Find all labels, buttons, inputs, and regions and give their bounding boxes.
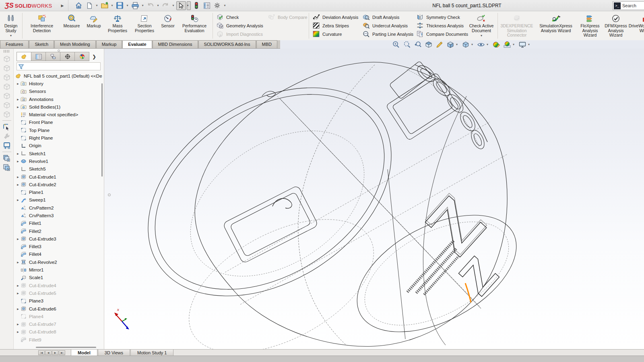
tree-item-annotations[interactable]: ▸AAnnotations (15, 95, 104, 103)
tab-motion-study-1[interactable]: Motion Study 1 (130, 350, 173, 356)
3dexperience-simulation-connector-button[interactable]: 3DEXPERIENCE Simulation Connector (499, 11, 535, 40)
redo-icon[interactable] (161, 1, 171, 10)
draft-analysis-button[interactable]: Draft Analysis (360, 13, 414, 21)
chevron-down-icon[interactable]: ▾ (10, 33, 12, 38)
tree-item-cut-extrude1[interactable]: ▸Cut-Extrude1 (15, 173, 104, 181)
tree-item-crvpattern2[interactable]: CrvPattern2 (15, 204, 104, 212)
layered-windows-alt-icon[interactable] (3, 163, 11, 172)
settings-gear-icon[interactable] (213, 1, 222, 10)
performance-evaluation-button[interactable]: Performance Evaluation (178, 11, 211, 40)
display-style-icon[interactable]: ▾ (462, 41, 474, 49)
tab-features[interactable]: Features (0, 40, 29, 48)
chevron-down-icon[interactable]: ▾ (156, 4, 160, 7)
floxpress-analysis-wizard-button[interactable]: FloXpress Analysis Wizard (577, 11, 603, 40)
tree-filter-input[interactable] (17, 62, 101, 70)
previous-view-icon[interactable] (414, 41, 422, 49)
tree-item-plane3[interactable]: Plane3 (15, 297, 104, 305)
options-list-icon[interactable] (202, 1, 212, 10)
body-cube-icon[interactable] (3, 91, 11, 100)
check-active-document-button[interactable]: Check Active Document ▾ (466, 11, 496, 40)
tab-sketch[interactable]: Sketch (29, 40, 54, 48)
check-button[interactable]: Check (214, 13, 266, 21)
expand-arrow-icon[interactable]: ▸ (15, 105, 21, 109)
select-tool-icon[interactable] (176, 1, 186, 10)
dfmxpress-analysis-wizard-button[interactable]: DFMXpress Analysis Wizard (603, 11, 629, 40)
chevron-down-icon[interactable]: ▾ (485, 43, 489, 46)
expand-arrow-icon[interactable]: ▸ (15, 82, 21, 86)
symmetry-check-button[interactable]: Symmetry Check (414, 13, 466, 21)
expand-arrow-icon[interactable]: ▸ (15, 307, 21, 311)
chevron-down-icon[interactable]: ▾ (527, 43, 531, 46)
tree-item-fillet4[interactable]: Fillet4 (15, 251, 104, 258)
tab-model[interactable]: Model (71, 350, 97, 356)
compare-documents-button[interactable]: ?Compare Documents (414, 30, 466, 38)
new-document-icon[interactable] (85, 1, 94, 10)
import-diagnostics-button[interactable]: Import Diagnostics (214, 30, 266, 38)
tree-item-scale1[interactable]: Scale1 (15, 274, 104, 282)
graphics-viewport[interactable]: ZZ Z (104, 49, 644, 349)
parting-line-analysis-button[interactable]: Parting Line Analysis (360, 30, 414, 38)
panel-collapse-handle[interactable] (54, 49, 64, 51)
view-settings-icon[interactable]: ▾ (518, 41, 531, 49)
chevron-down-icon[interactable]: ▾ (223, 4, 227, 7)
panel-expand-chevron-icon[interactable]: ❯ (92, 54, 96, 60)
tree-item-cut-revolve2[interactable]: ▸Cut-Revolve2 (15, 258, 104, 266)
chevron-down-icon[interactable]: ▾ (141, 4, 145, 7)
tree-horizontal-scrollbar[interactable] (36, 347, 96, 348)
panel-splitter-handle[interactable] (108, 193, 111, 196)
tree-item-cut-extrude2[interactable]: ▸Cut-Extrude2 (15, 181, 104, 188)
annotation-view-icon[interactable] (436, 41, 444, 49)
tree-item-fillet9[interactable]: Fillet9 (15, 336, 104, 343)
display-pane-icon[interactable] (3, 141, 11, 150)
tree-item-cut-extrude7[interactable]: ▸Cut-Extrude7 (15, 321, 104, 328)
featuremanager-tree-tab[interactable] (17, 52, 31, 61)
tree-item-fillet3[interactable]: Fillet3 (15, 243, 104, 251)
view-orientation-icon[interactable]: ▾ (446, 41, 459, 49)
chevron-down-icon[interactable]: ▾ (171, 4, 175, 7)
driveworksxpress-wizard-button[interactable]: DriveWorksXpress Wizard (629, 11, 644, 40)
thickness-analysis-button[interactable]: Thickness Analysis (414, 22, 466, 29)
tab-mbd-dimensions[interactable]: MBD Dimensions (153, 40, 198, 48)
last-frame-icon[interactable]: ▶| (59, 350, 65, 355)
tree-item-solid-bodies-1[interactable]: ▸Solid Bodies(1) (15, 103, 104, 111)
body-cube-icon[interactable] (3, 54, 11, 63)
prev-frame-icon[interactable]: ◀ (45, 350, 52, 355)
expand-arrow-icon[interactable]: ▸ (15, 284, 21, 288)
expand-arrow-icon[interactable]: ▸ (15, 322, 21, 326)
display-manager-tab[interactable] (74, 52, 89, 61)
comment-cursor-icon[interactable] (3, 122, 11, 132)
tree-item-plane1[interactable]: Plane1 (15, 188, 104, 196)
tree-item-history[interactable]: ▸History (15, 80, 104, 87)
tree-item-cut-extrude3[interactable]: ▸Cut-Extrude3 (15, 235, 104, 243)
rebuild-traffic-light-icon[interactable] (192, 1, 201, 10)
expand-arrow-icon[interactable]: ▸ (15, 260, 21, 264)
mass-properties-button[interactable]: Mass Properties (104, 11, 131, 40)
dimxpert-manager-tab[interactable] (60, 52, 75, 61)
zoom-to-area-icon[interactable] (403, 41, 411, 49)
interference-detection-button[interactable]: Interference Detection (24, 11, 60, 40)
undercut-analysis-button[interactable]: Undercut Analysis (360, 22, 414, 29)
next-frame-icon[interactable]: ▶ (52, 350, 58, 355)
expand-arrow-icon[interactable]: ▸ (15, 175, 21, 179)
chevron-down-icon[interactable]: ▾ (95, 4, 99, 7)
body-cube-icon[interactable] (3, 109, 11, 119)
tree-vertical-scrollbar[interactable] (101, 83, 103, 177)
save-icon[interactable] (115, 1, 125, 10)
expand-arrow-icon[interactable]: ▸ (15, 97, 21, 101)
body-cube-icon[interactable] (3, 100, 11, 109)
chevron-down-icon[interactable]: ▾ (481, 33, 482, 38)
body-compare-button[interactable]: ?Body Compare (266, 13, 308, 21)
tree-item-fillet1[interactable]: Fillet1 (15, 220, 104, 227)
chevron-down-icon[interactable]: ▾ (187, 1, 191, 10)
tab-3d-views[interactable]: 3D Views (98, 350, 130, 356)
property-manager-tab[interactable] (31, 52, 46, 61)
tree-item-right-plane[interactable]: Right Plane (15, 134, 104, 142)
expand-arrow-icon[interactable]: ▸ (15, 152, 21, 156)
tab-markup[interactable]: Markup (96, 40, 122, 48)
tree-item-cut-extrude6[interactable]: ▸Cut-Extrude6 (15, 305, 104, 313)
first-frame-icon[interactable]: |◀ (38, 350, 45, 355)
tree-item-crvpattern3[interactable]: CrvPattern3 (15, 212, 104, 219)
open-document-icon[interactable] (100, 1, 109, 10)
expand-arrow-icon[interactable]: ▸ (15, 237, 21, 241)
section-view-icon[interactable] (425, 41, 433, 49)
